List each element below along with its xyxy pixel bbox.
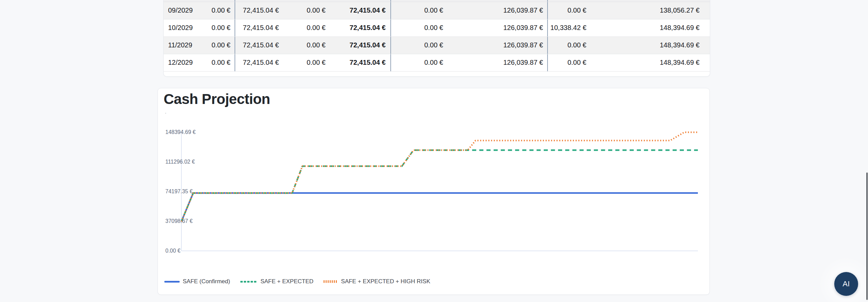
y-axis-tick-label: 0.00 € (165, 248, 220, 254)
legend-label: SAFE (Confirmed) (183, 278, 230, 285)
value-cell: 0.00 € (283, 54, 330, 71)
page: { "table": { "rows": [ ["09/2029","0.00 … (0, 0, 868, 302)
value-cell: 72,415.04 € (235, 2, 283, 19)
value-cell: 0.00 € (283, 37, 330, 54)
month-cell: 11/2029 (164, 37, 196, 54)
value-cell: 0.00 € (391, 2, 447, 19)
value-cell: 72,415.04 € (330, 2, 391, 19)
cash-projection-card: Cash Projection . 0.00 €37098.67 €74197.… (158, 88, 710, 295)
value-cell: 0.00 € (196, 37, 235, 54)
value-cell: 148,394.69 € (593, 54, 710, 71)
table-row: 10/20290.00 €72,415.04 €0.00 €72,415.04 … (164, 19, 710, 37)
value-cell: 138,056.27 € (593, 2, 710, 19)
legend-label: SAFE + EXPECTED + HIGH RISK (341, 278, 430, 285)
cash-projection-chart[interactable] (158, 88, 709, 295)
value-cell: 126,039.87 € (447, 54, 548, 71)
table-row: 11/20290.00 €72,415.04 €0.00 €72,415.04 … (164, 37, 710, 54)
series-line-dotted (181, 132, 698, 222)
value-cell: 0.00 € (548, 2, 593, 19)
value-cell: 72,415.04 € (235, 54, 283, 71)
value-cell: 0.00 € (283, 2, 330, 19)
cash-table-card: 09/20290.00 €72,415.04 €0.00 €72,415.04 … (163, 0, 710, 77)
value-cell: 0.00 € (196, 19, 235, 36)
legend-item[interactable]: SAFE + EXPECTED (240, 278, 313, 285)
value-cell: 72,415.04 € (330, 37, 391, 54)
value-cell: 0.00 € (391, 37, 447, 54)
cash-table: 09/20290.00 €72,415.04 €0.00 €72,415.04 … (164, 2, 710, 72)
scrollbar-thumb[interactable] (866, 172, 868, 300)
value-cell: 0.00 € (391, 54, 447, 71)
value-cell: 72,415.04 € (330, 19, 391, 36)
value-cell: 126,039.87 € (447, 19, 548, 36)
value-cell: 72,415.04 € (330, 54, 391, 71)
value-cell: 72,415.04 € (235, 37, 283, 54)
month-cell: 12/2029 (164, 54, 196, 71)
table-row: 12/20290.00 €72,415.04 €0.00 €72,415.04 … (164, 54, 710, 72)
month-cell: 09/2029 (164, 2, 196, 19)
legend-item[interactable]: SAFE + EXPECTED + HIGH RISK (324, 278, 430, 285)
legend-swatch-dashed (240, 281, 257, 283)
y-axis-tick-label: 37098.67 € (165, 218, 220, 224)
y-axis-tick-label: 111296.02 € (165, 159, 220, 165)
value-cell: 10,338.42 € (548, 19, 593, 36)
value-cell: 0.00 € (391, 19, 447, 36)
value-cell: 0.00 € (548, 37, 593, 54)
legend-item[interactable]: SAFE (Confirmed) (164, 278, 230, 285)
chart-legend: SAFE (Confirmed)SAFE + EXPECTEDSAFE + EX… (164, 278, 430, 285)
month-cell: 10/2029 (164, 19, 196, 36)
series-line-solid (181, 193, 698, 222)
table-row: 09/20290.00 €72,415.04 €0.00 €72,415.04 … (164, 2, 710, 19)
value-cell: 148,394.69 € (593, 19, 710, 36)
series-line-dashed (181, 150, 698, 222)
value-cell: 148,394.69 € (593, 37, 710, 54)
value-cell: 72,415.04 € (235, 19, 283, 36)
value-cell: 0.00 € (548, 54, 593, 71)
y-axis-tick-label: 148394.69 € (165, 129, 220, 135)
value-cell: 0.00 € (196, 2, 235, 19)
y-axis-tick-label: 74197.35 € (165, 188, 220, 195)
value-cell: 0.00 € (196, 54, 235, 71)
legend-swatch-dotted (324, 280, 338, 283)
legend-swatch-solid (164, 281, 180, 283)
value-cell: 126,039.87 € (447, 2, 548, 19)
legend-label: SAFE + EXPECTED (260, 278, 313, 285)
ai-assistant-button[interactable]: AI (834, 272, 858, 296)
value-cell: 0.00 € (283, 19, 330, 36)
value-cell: 126,039.87 € (447, 37, 548, 54)
